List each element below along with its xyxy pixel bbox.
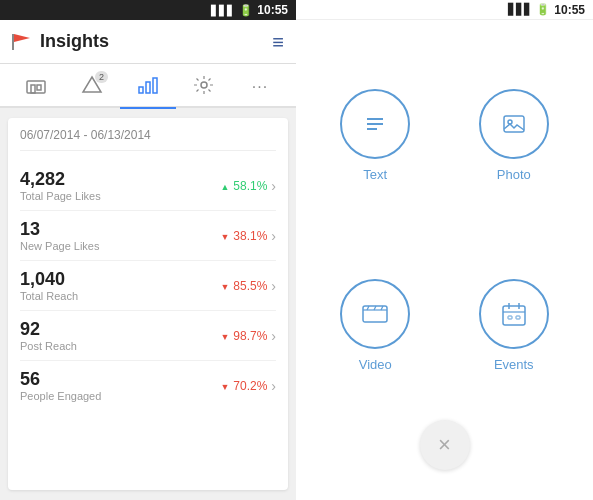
svg-rect-4: [37, 85, 41, 90]
metric-row[interactable]: 56 People Engaged 70.2% ›: [20, 361, 276, 410]
metric-change-value: 98.7%: [233, 329, 267, 343]
photo-circle-icon: [479, 89, 549, 159]
hamburger-icon[interactable]: ≡: [272, 32, 284, 52]
metric-change-value: 58.1%: [233, 179, 267, 193]
events-label: Events: [494, 357, 534, 372]
metric-info: 56 People Engaged: [20, 369, 101, 402]
metric-row[interactable]: 4,282 Total Page Likes 58.1% ›: [20, 161, 276, 211]
tab-bar: 2 ···: [0, 64, 296, 108]
metric-info: 1,040 Total Reach: [20, 269, 78, 302]
tab-home[interactable]: [8, 67, 64, 107]
date-range: 06/07/2014 - 06/13/2014: [20, 128, 276, 151]
change-arrow-icon: [220, 329, 229, 343]
metric-right: 98.7% ›: [220, 328, 276, 344]
header-left: Insights: [12, 31, 109, 52]
video-circle-icon: [340, 279, 410, 349]
change-arrow-icon: [220, 179, 229, 193]
svg-rect-8: [153, 78, 157, 93]
grid-item-events[interactable]: Events: [445, 230, 584, 420]
metric-value: 1,040: [20, 269, 78, 290]
change-arrow-icon: [220, 379, 229, 393]
more-tab-icon: ···: [252, 78, 268, 96]
metric-right: 85.5% ›: [220, 278, 276, 294]
tab-more[interactable]: ···: [232, 67, 288, 107]
text-circle-icon: [340, 89, 410, 159]
metric-value: 4,282: [20, 169, 101, 190]
metric-info: 4,282 Total Page Likes: [20, 169, 101, 202]
right-battery-icon: 🔋: [536, 3, 550, 16]
photo-label: Photo: [497, 167, 531, 182]
text-label: Text: [363, 167, 387, 182]
tab-notifications[interactable]: 2: [64, 67, 120, 107]
grid-item-text[interactable]: Text: [306, 40, 445, 230]
metric-label: Total Page Likes: [20, 190, 101, 202]
app-title: Insights: [40, 31, 109, 52]
signal-icon: ▋▋▋: [211, 5, 235, 16]
metric-label: People Engaged: [20, 390, 101, 402]
svg-rect-7: [146, 82, 150, 93]
flag-icon: [12, 34, 32, 50]
chevron-right-icon: ›: [271, 228, 276, 244]
right-panel: ▋▋▋ 🔋 10:55 Text Photo Video Events ×: [296, 0, 593, 500]
metric-change-value: 38.1%: [233, 229, 267, 243]
tab-settings[interactable]: [176, 67, 232, 107]
metric-change-value: 85.5%: [233, 279, 267, 293]
svg-rect-0: [12, 34, 14, 50]
left-time: 10:55: [257, 3, 288, 17]
metrics-list: 4,282 Total Page Likes 58.1% › 13 New Pa…: [20, 161, 276, 410]
metric-value: 13: [20, 219, 100, 240]
close-button[interactable]: ×: [420, 420, 470, 470]
analytics-tab-icon: [137, 75, 159, 100]
svg-rect-6: [139, 87, 143, 93]
chevron-right-icon: ›: [271, 378, 276, 394]
video-label: Video: [359, 357, 392, 372]
tab-analytics[interactable]: [120, 67, 176, 107]
app-header: Insights ≡: [0, 20, 296, 64]
insights-card: 06/07/2014 - 06/13/2014 4,282 Total Page…: [8, 118, 288, 490]
svg-rect-13: [504, 116, 524, 132]
events-circle-icon: [479, 279, 549, 349]
change-arrow-icon: [220, 229, 229, 243]
svg-rect-25: [516, 316, 520, 319]
notification-badge: 2: [95, 71, 108, 83]
home-tab-icon: [25, 76, 47, 99]
svg-rect-2: [27, 81, 45, 93]
chevron-right-icon: ›: [271, 278, 276, 294]
battery-icon: 🔋: [239, 4, 253, 17]
right-time: 10:55: [554, 3, 585, 17]
metric-value: 92: [20, 319, 77, 340]
svg-rect-24: [508, 316, 512, 319]
metric-label: Post Reach: [20, 340, 77, 352]
svg-marker-1: [14, 34, 30, 42]
left-panel: ▋▋▋ 🔋 10:55 Insights ≡: [0, 0, 296, 500]
grid-item-video[interactable]: Video: [306, 230, 445, 420]
metric-right: 70.2% ›: [220, 378, 276, 394]
metric-row[interactable]: 1,040 Total Reach 85.5% ›: [20, 261, 276, 311]
grid-item-photo[interactable]: Photo: [445, 40, 584, 230]
right-status-bar: ▋▋▋ 🔋 10:55: [296, 0, 593, 20]
right-signal-icon: ▋▋▋: [508, 3, 532, 16]
svg-rect-20: [503, 306, 525, 325]
chevron-right-icon: ›: [271, 178, 276, 194]
metric-change-value: 70.2%: [233, 379, 267, 393]
metric-label: New Page Likes: [20, 240, 100, 252]
left-status-bar: ▋▋▋ 🔋 10:55: [0, 0, 296, 20]
change-arrow-icon: [220, 279, 229, 293]
metric-value: 56: [20, 369, 101, 390]
svg-rect-3: [31, 85, 35, 93]
metric-row[interactable]: 13 New Page Likes 38.1% ›: [20, 211, 276, 261]
metric-info: 13 New Page Likes: [20, 219, 100, 252]
metric-right: 58.1% ›: [220, 178, 276, 194]
metric-row[interactable]: 92 Post Reach 98.7% ›: [20, 311, 276, 361]
metric-right: 38.1% ›: [220, 228, 276, 244]
svg-point-9: [201, 82, 207, 88]
metric-label: Total Reach: [20, 290, 78, 302]
settings-tab-icon: [193, 75, 215, 100]
chevron-right-icon: ›: [271, 328, 276, 344]
metric-info: 92 Post Reach: [20, 319, 77, 352]
